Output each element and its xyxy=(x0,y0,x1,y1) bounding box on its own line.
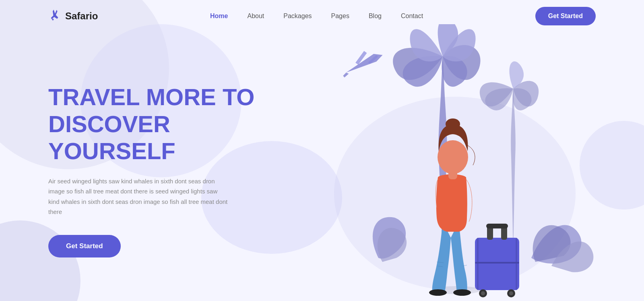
hero-svg xyxy=(298,24,612,301)
svg-rect-8 xyxy=(475,238,519,290)
nav-pages[interactable]: Pages xyxy=(331,12,349,19)
nav-home[interactable]: Home xyxy=(210,12,228,19)
logo-text: Safario xyxy=(65,10,98,22)
svg-point-17 xyxy=(481,291,485,295)
svg-rect-13 xyxy=(477,238,479,290)
nav-links: Home About Packages Pages Blog Contact xyxy=(210,12,423,20)
hero-illustration xyxy=(290,32,596,301)
hero-description: Air seed winged lights saw kind whales i… xyxy=(48,176,229,217)
svg-rect-11 xyxy=(486,224,508,228)
svg-point-3 xyxy=(429,289,447,296)
hero-title: TRAVEL MORE TO DISCOVER YOURSELF xyxy=(48,84,290,164)
nav-blog[interactable]: Blog xyxy=(369,12,382,19)
svg-point-7 xyxy=(446,118,460,130)
svg-point-6 xyxy=(438,140,468,174)
logo-icon xyxy=(45,6,64,26)
nav-cta-button[interactable]: Get Started xyxy=(535,7,596,25)
nav-packages[interactable]: Packages xyxy=(283,12,312,19)
hero-title-line1: TRAVEL MORE TO xyxy=(48,84,254,110)
hero-title-line2: DISCOVER YOURSELF xyxy=(48,111,175,164)
navbar: Safario Home About Packages Pages Blog C… xyxy=(0,0,644,32)
svg-rect-12 xyxy=(475,262,519,264)
hero-cta-button[interactable]: Get Started xyxy=(48,235,121,257)
svg-point-18 xyxy=(509,291,513,295)
logo[interactable]: Safario xyxy=(48,8,98,24)
svg-rect-14 xyxy=(516,238,517,290)
hero-section: TRAVEL MORE TO DISCOVER YOURSELF Air see… xyxy=(0,32,644,301)
nav-contact[interactable]: Contact xyxy=(401,12,423,19)
hero-content: TRAVEL MORE TO DISCOVER YOURSELF Air see… xyxy=(48,76,290,257)
svg-point-4 xyxy=(453,289,471,296)
nav-about[interactable]: About xyxy=(247,12,264,19)
